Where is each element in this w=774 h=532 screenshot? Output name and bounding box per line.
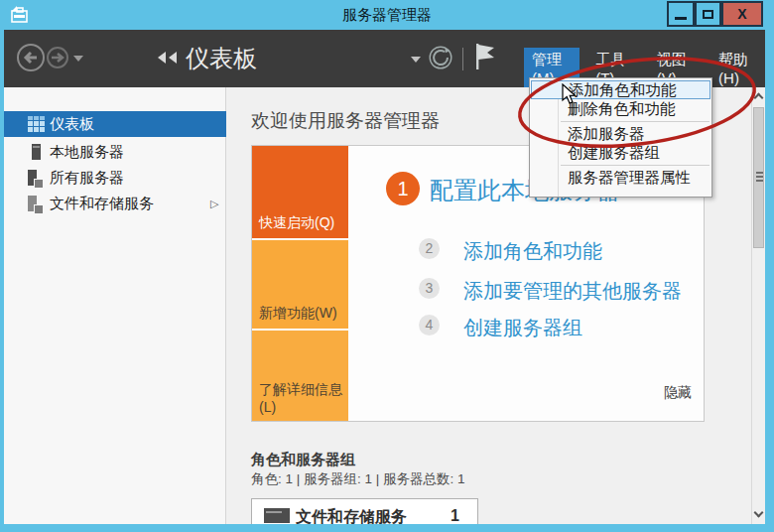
titlebar: 服务器管理器 X <box>0 0 774 30</box>
vertical-scrollbar[interactable] <box>751 87 765 524</box>
sidebar-item-dashboard[interactable]: 仪表板 <box>4 111 226 137</box>
notifications-flag-icon[interactable] <box>474 42 496 71</box>
minimize-button[interactable] <box>667 1 695 27</box>
sidebar-item-local-server[interactable]: 本地服务器 <box>4 139 226 165</box>
menu-separator <box>561 165 710 166</box>
dashboard-icon <box>28 116 45 132</box>
quick-start-tile[interactable]: 快速启动(Q) <box>252 146 348 238</box>
step-2-link[interactable]: 添加角色和功能 <box>463 238 602 265</box>
forward-icon[interactable] <box>46 46 69 69</box>
menu-item-add-servers[interactable]: 添加服务器 <box>531 124 710 143</box>
expand-arrow-icon[interactable]: ▷ <box>210 191 218 216</box>
sidebar-item-file-storage[interactable]: 文件和存储服务 ▷ <box>4 191 226 216</box>
welcome-heading: 欢迎使用服务器管理器 <box>251 108 440 134</box>
back-icon[interactable] <box>16 43 46 72</box>
step-1-badge: 1 <box>386 172 420 205</box>
hide-link[interactable]: 隐藏 <box>664 384 692 402</box>
step-3-badge: 3 <box>419 278 440 299</box>
sidebar: 仪表板 本地服务器 所有服务器 文件和存储服务 ▷ <box>4 87 226 524</box>
breadcrumb: 仪表板 <box>186 30 257 87</box>
maximize-button[interactable] <box>695 1 721 27</box>
breadcrumb-dropdown-icon[interactable] <box>411 57 421 63</box>
window-title: 服务器管理器 <box>0 0 774 30</box>
menu-item-server-manager-properties[interactable]: 服务器管理器属性 <box>531 168 710 187</box>
local-server-icon <box>32 144 41 160</box>
server-manager-window: 服务器管理器 X 仪表板 管理(M) 工具(T) 视 <box>0 0 774 532</box>
step-2-badge: 2 <box>419 238 440 259</box>
scrollbar-grip-icon <box>756 172 763 174</box>
file-storage-group-tile[interactable]: 文件和存储服务 1 <box>251 498 478 524</box>
minimize-icon <box>675 17 687 20</box>
server-count-badge: 1 <box>451 507 459 524</box>
scroll-down-icon[interactable] <box>754 508 764 518</box>
menu-item-create-server-group[interactable]: 创建服务器组 <box>531 143 710 162</box>
collapse-chevrons-icon[interactable] <box>158 52 177 64</box>
refresh-icon[interactable] <box>429 46 452 69</box>
menu-separator <box>561 121 710 122</box>
step-3-link[interactable]: 添加要管理的其他服务器 <box>463 278 682 305</box>
history-dropdown-icon[interactable] <box>73 56 83 62</box>
file-storage-group-icon <box>264 508 290 523</box>
maximize-icon <box>703 10 713 19</box>
close-button[interactable]: X <box>721 1 763 27</box>
menu-item-add-roles-features[interactable]: 添加角色和功能 <box>531 80 710 99</box>
manage-dropdown-menu: 添加角色和功能 删除角色和功能 添加服务器 创建服务器组 服务器管理器属性 <box>529 77 712 198</box>
scrollbar-thumb[interactable] <box>753 107 764 248</box>
menu-help[interactable]: 帮助(H) <box>710 48 765 89</box>
toolbar-divider <box>462 48 463 70</box>
mouse-cursor-icon <box>562 83 578 105</box>
sidebar-item-all-servers[interactable]: 所有服务器 <box>4 165 226 191</box>
all-servers-icon <box>28 170 37 186</box>
menu-item-remove-roles-features[interactable]: 删除角色和功能 <box>531 99 710 118</box>
scroll-up-icon[interactable] <box>754 93 764 103</box>
roles-groups-heading: 角色和服务器组 <box>251 451 355 469</box>
step-4-badge: 4 <box>419 315 440 335</box>
roles-groups-stats: 角色: 1 | 服务器组: 1 | 服务器总数: 1 <box>251 470 465 488</box>
step-4-link[interactable]: 创建服务器组 <box>463 315 582 341</box>
close-icon: X <box>737 6 746 22</box>
whats-new-tile[interactable]: 新增功能(W) <box>252 240 348 329</box>
learn-more-tile[interactable]: 了解详细信息(L) <box>252 331 348 421</box>
file-storage-icon <box>28 196 37 211</box>
